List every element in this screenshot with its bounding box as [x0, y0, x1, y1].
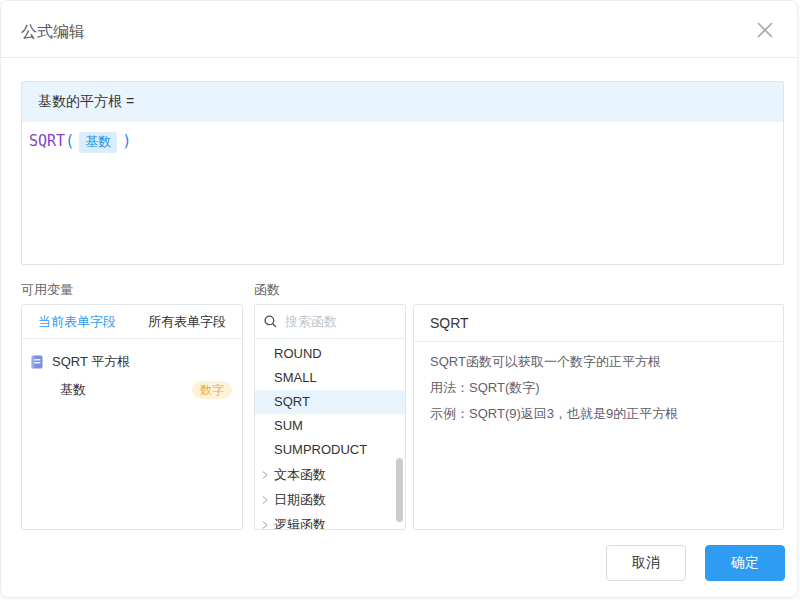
close-button[interactable]	[753, 18, 777, 42]
chevron-right-icon	[260, 470, 270, 480]
function-detail-body: SQRT函数可以获取一个数字的正平方根 用法：SQRT(数字) 示例：SQRT(…	[414, 342, 783, 434]
tab-all-form-fields[interactable]: 所有表单字段	[132, 305, 242, 338]
functions-panel-label: 函数	[254, 281, 280, 299]
function-item-sum[interactable]: SUM	[255, 414, 405, 438]
function-detail-panel: SQRT SQRT函数可以获取一个数字的正平方根 用法：SQRT(数字) 示例：…	[413, 304, 784, 530]
variables-panel-label: 可用变量	[21, 281, 73, 299]
open-paren: (	[65, 132, 74, 150]
search-icon	[264, 315, 277, 328]
dialog-header: 公式编辑	[1, 1, 797, 58]
variable-token[interactable]: 基数	[79, 132, 117, 153]
formula-target-label: 基数的平方根 =	[22, 82, 783, 122]
formula-edit-dialog: 公式编辑 基数的平方根 = SQRT(基数) 可用变量 函数 当前表单字段 所有…	[0, 0, 798, 598]
category-label: 文本函数	[274, 466, 326, 484]
confirm-button[interactable]: 确定	[705, 545, 785, 581]
variables-tree: SQRT 平方根 基数 数字	[22, 339, 242, 404]
close-paren: )	[122, 132, 131, 150]
dialog-footer: 取消 确定	[606, 545, 785, 581]
field-name: 基数	[60, 381, 86, 399]
field-type-badge: 数字	[192, 381, 232, 399]
scrollbar-thumb[interactable]	[396, 458, 403, 522]
tree-item-field[interactable]: 基数 数字	[28, 376, 232, 404]
function-search-row	[255, 305, 405, 339]
search-input[interactable]	[285, 314, 396, 329]
function-category-logic[interactable]: 逻辑函数	[255, 512, 405, 529]
function-item-sumproduct[interactable]: SUMPRODUCT	[255, 438, 405, 462]
formula-editor-box: 基数的平方根 = SQRT(基数)	[21, 81, 784, 265]
close-icon	[755, 20, 775, 40]
function-item-round[interactable]: ROUND	[255, 342, 405, 366]
tree-item-form[interactable]: SQRT 平方根	[28, 348, 232, 376]
function-list: RAND ROUND SMALL SQRT SUM SUMPRODUCT 文本函…	[255, 339, 405, 529]
dialog-title: 公式编辑	[21, 22, 85, 43]
function-keyword: SQRT	[29, 132, 65, 150]
formula-editor[interactable]: SQRT(基数)	[22, 122, 783, 264]
category-label: 日期函数	[274, 491, 326, 509]
variables-panel: 当前表单字段 所有表单字段 SQRT 平方根 基数 数字	[21, 304, 243, 530]
function-description: SQRT函数可以获取一个数字的正平方根	[430, 349, 767, 375]
function-item-small[interactable]: SMALL	[255, 366, 405, 390]
functions-panel: RAND ROUND SMALL SQRT SUM SUMPRODUCT 文本函…	[254, 304, 406, 530]
function-usage: 用法：SQRT(数字)	[430, 375, 767, 401]
variables-tabs: 当前表单字段 所有表单字段	[22, 305, 242, 339]
form-name: SQRT 平方根	[52, 353, 130, 371]
cancel-button[interactable]: 取消	[606, 545, 686, 581]
tab-current-form-fields[interactable]: 当前表单字段	[22, 305, 132, 338]
function-example: 示例：SQRT(9)返回3，也就是9的正平方根	[430, 401, 767, 427]
function-category-date[interactable]: 日期函数	[255, 487, 405, 512]
chevron-right-icon	[260, 495, 270, 505]
function-item-sqrt[interactable]: SQRT	[255, 390, 405, 414]
category-label: 逻辑函数	[274, 516, 326, 530]
function-detail-title: SQRT	[414, 305, 783, 342]
document-icon	[30, 355, 44, 369]
chevron-right-icon	[260, 520, 270, 530]
function-list-viewport: RAND ROUND SMALL SQRT SUM SUMPRODUCT 文本函…	[255, 339, 405, 529]
function-category-text[interactable]: 文本函数	[255, 462, 405, 487]
